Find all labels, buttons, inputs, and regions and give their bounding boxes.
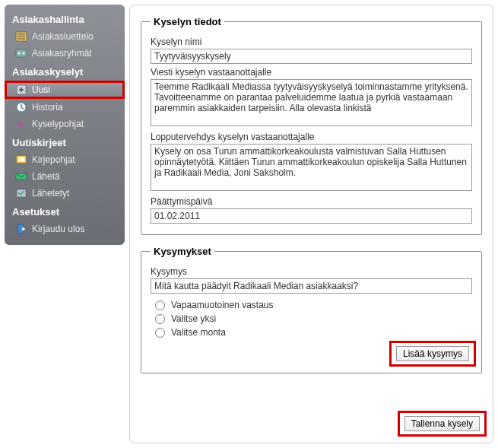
customer-list-icon (15, 30, 27, 43)
radio-label-single: Valitse yksi (171, 313, 216, 324)
customer-groups-icon (15, 47, 27, 59)
sidebar-item-laheta[interactable]: Lähetä (5, 168, 125, 185)
radio-single[interactable] (155, 314, 165, 324)
sidebar-item-label: Asiakasluettelo (32, 31, 94, 42)
fieldset-questions: Kysymykset Kysymys Vapaamuotoinen vastau… (141, 246, 482, 373)
input-question[interactable] (151, 278, 472, 294)
sidebar-item-label: Historia (32, 102, 63, 113)
sidebar-section-asetukset: Asetukset (5, 202, 125, 221)
sent-icon (15, 187, 27, 199)
letter-templates-icon (15, 154, 27, 166)
sidebar-section-uutiskirjeet: Uutiskirjeet (5, 132, 125, 151)
sidebar-item-historia[interactable]: Historia (5, 99, 125, 116)
sidebar-item-asiakasryhmat[interactable]: Asiakasryhmät (5, 45, 125, 62)
highlight-save: Tallenna kysely (398, 411, 487, 437)
radio-label-freeform: Vapaamuotoinen vastaus (171, 300, 274, 310)
input-survey-name[interactable] (151, 49, 472, 64)
templates-icon: % (15, 118, 27, 130)
sidebar-item-label: Lähetetyt (32, 188, 69, 199)
legend-survey-details: Kyselyn tiedot (151, 16, 224, 27)
sidebar-item-label: Lähetä (32, 171, 60, 182)
svg-rect-4 (16, 49, 27, 57)
label-survey-name: Kyselyn nimi (151, 37, 472, 47)
radio-multi[interactable] (155, 328, 165, 338)
sidebar-item-lahetetyt[interactable]: Lähetetyt (5, 185, 125, 202)
sidebar-item-kirjepohjat[interactable]: Kirjepohjat (5, 151, 125, 168)
send-icon (15, 170, 27, 183)
history-icon (15, 101, 27, 113)
label-end-date: Päättymispäivä (151, 196, 472, 207)
sidebar-item-label: Kirjepohjat (32, 154, 75, 165)
highlight-add-question: Lisää kysymys (389, 341, 476, 367)
main-panel: Kyselyn tiedot Kyselyn nimi Viesti kysel… (129, 5, 493, 443)
sidebar: Asiakashallinta Asiakasluettelo Asiakasr… (5, 5, 125, 245)
logout-icon (15, 223, 27, 235)
new-icon (15, 84, 27, 96)
sidebar-item-asiakasluettelo[interactable]: Asiakasluettelo (5, 28, 125, 45)
svg-text:%: % (17, 119, 24, 129)
sidebar-item-label: Uusi (32, 84, 50, 95)
svg-point-5 (18, 52, 21, 55)
sidebar-item-uusi[interactable]: Uusi (5, 81, 125, 99)
add-question-button[interactable]: Lisää kysymys (396, 346, 469, 361)
label-question: Kysymys (151, 266, 472, 277)
sidebar-section-asiakaskyselyt: Asiakaskyselyt (5, 62, 125, 81)
sidebar-item-kyselypohjat[interactable]: % Kyselypohjat (5, 116, 125, 132)
sidebar-section-asiakashallinta: Asiakashallinta (5, 9, 125, 28)
sidebar-item-kirjaudu-ulos[interactable]: Kirjaudu ulos (5, 221, 125, 237)
textarea-survey-message[interactable]: Teemme Radikaali Mediassa tyytyväisyysky… (151, 79, 472, 126)
svg-rect-15 (20, 157, 24, 161)
sidebar-item-label: Asiakasryhmät (32, 48, 92, 59)
radio-label-multi: Valitse monta (171, 327, 226, 338)
sidebar-item-label: Kirjaudu ulos (32, 224, 84, 234)
legend-questions: Kysymykset (151, 246, 214, 257)
fieldset-survey-details: Kyselyn tiedot Kyselyn nimi Viesti kysel… (141, 16, 482, 235)
svg-point-6 (23, 52, 25, 55)
label-survey-ending: Lopputervehdys kyselyn vastaanottajalle (151, 132, 472, 142)
sidebar-item-label: Kyselypohjat (32, 119, 84, 129)
label-survey-message: Viesti kyselyn vastaanottajalle (151, 67, 472, 78)
input-end-date[interactable] (151, 208, 472, 224)
textarea-survey-ending[interactable]: Kysely on osa Turun ammattikorkeakoulust… (151, 144, 472, 191)
radio-freeform[interactable] (155, 300, 165, 310)
save-survey-button[interactable]: Tallenna kysely (404, 416, 480, 431)
